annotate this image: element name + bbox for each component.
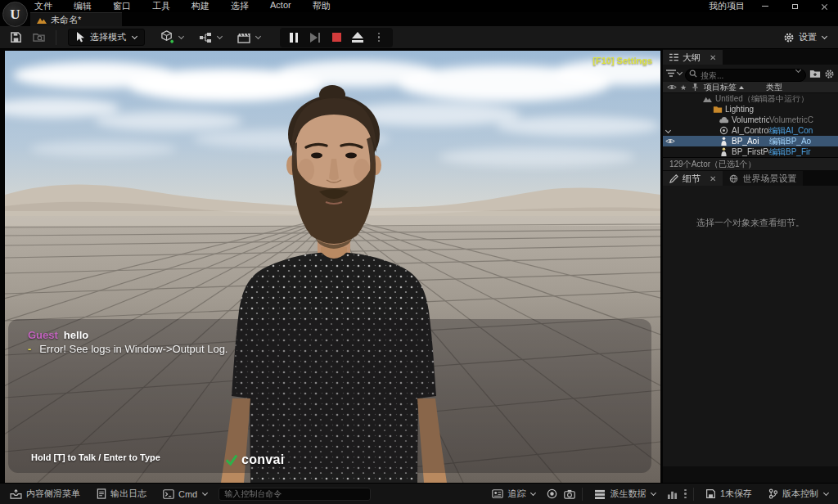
convai-brand: convai <box>226 452 285 467</box>
column-item-label[interactable]: 项目标签 <box>704 82 766 93</box>
browse-content-button[interactable] <box>29 29 47 47</box>
details-tab-label: 细节 <box>683 173 701 185</box>
settings-dropdown[interactable]: 设置 <box>783 31 831 43</box>
unsaved-button[interactable]: 1未保存 <box>701 486 757 502</box>
menu-select[interactable]: 选择 <box>231 0 249 12</box>
details-panel: 细节 ✕ 世界场景设置 选择一个对象来查看细节。 <box>663 170 838 466</box>
outliner-tab-close-icon[interactable]: ✕ <box>710 53 716 62</box>
world-settings-tab-label: 世界场景设置 <box>742 173 796 185</box>
favorite-column-star-icon[interactable]: ★ <box>678 83 689 92</box>
level-tab[interactable]: 未命名* <box>30 12 122 26</box>
unreal-logo-icon[interactable]: U <box>2 2 28 27</box>
pencil-icon <box>669 174 678 183</box>
stop-button[interactable] <box>327 29 345 47</box>
outliner-row-level[interactable]: Untitled（编辑器中运行） <box>663 93 838 104</box>
level-icon <box>37 16 47 25</box>
maximize-button[interactable] <box>786 1 804 11</box>
tab-details[interactable]: 细节 ✕ <box>663 171 723 186</box>
content-drawer-button[interactable]: 内容侧滑菜单 <box>5 486 85 502</box>
insights-chart-button[interactable] <box>667 488 678 499</box>
content-drawer-icon <box>10 489 22 499</box>
menu-help[interactable]: 帮助 <box>313 0 331 12</box>
status-kebab-icon[interactable] <box>684 489 687 499</box>
gear-icon <box>783 32 795 43</box>
eye-icon[interactable] <box>665 137 675 145</box>
cmd-dropdown[interactable]: Cmd <box>158 486 212 502</box>
save-button[interactable] <box>7 29 25 47</box>
save-icon <box>705 488 716 499</box>
revision-control-dropdown[interactable]: 版本控制 <box>764 486 833 502</box>
convai-brand-label: convai <box>241 452 285 467</box>
expand-chevron-icon[interactable] <box>665 128 671 133</box>
play-controls <box>280 28 393 47</box>
trace-icon <box>492 489 503 498</box>
add-actor-button[interactable] <box>158 29 176 47</box>
settings-label: 设置 <box>799 31 817 43</box>
menu-window[interactable]: 窗口 <box>113 0 131 12</box>
level-tab-row: 未命名* <box>0 12 838 26</box>
chat-error-line: - Error! See logs in Window->Output Log. <box>28 343 228 355</box>
pause-button[interactable] <box>285 29 303 47</box>
main-area: [F10] Settings Guesthello - Error! See l… <box>0 49 838 483</box>
search-icon <box>689 70 697 78</box>
row-label: VolumetricCloud <box>732 115 769 124</box>
pin-column-icon[interactable] <box>689 83 701 92</box>
row-type-edit-link[interactable]: 编辑BP_Ao <box>769 136 838 147</box>
row-type: VolumetricC <box>769 115 838 124</box>
outliner-row-bp-firstperson[interactable]: BP_FirstPersonCharact 编辑BP_Fir <box>663 146 838 157</box>
console-command-input[interactable] <box>219 488 371 501</box>
folder-icon <box>713 106 723 114</box>
save-icon <box>10 31 22 43</box>
output-log-button[interactable]: 输出日志 <box>92 486 151 502</box>
bar-chart-icon <box>667 489 678 499</box>
outliner-header-row: ★ 项目标签 类型 <box>663 82 838 93</box>
details-tab-close-icon[interactable]: ✕ <box>710 174 716 183</box>
menu-build[interactable]: 构建 <box>191 0 210 12</box>
tab-outliner[interactable]: 大纲 ✕ <box>663 50 723 65</box>
cube-plus-icon <box>160 30 174 44</box>
eye-icon <box>667 83 677 91</box>
outliner-new-folder-button[interactable] <box>809 66 821 81</box>
branch-icon <box>768 488 778 499</box>
clapperboard-icon <box>237 32 251 43</box>
minimize-button[interactable] <box>756 1 774 11</box>
column-type[interactable]: 类型 <box>766 82 835 93</box>
menu-file[interactable]: 文件 <box>34 0 52 12</box>
menu-tools[interactable]: 工具 <box>152 0 170 12</box>
select-mode-dropdown[interactable]: 选择模式 <box>68 29 145 46</box>
trace-dropdown[interactable]: 追踪 <box>487 486 540 502</box>
screenshot-button[interactable] <box>564 488 575 499</box>
menu-edit[interactable]: 编辑 <box>74 0 92 12</box>
convai-logo-icon <box>226 454 238 466</box>
menu-actor[interactable]: Actor <box>270 0 291 12</box>
outliner-row-volumetriccloud[interactable]: VolumetricCloud VolumetricC <box>663 115 838 125</box>
outliner-filter-button[interactable] <box>666 70 682 78</box>
outliner-row-lighting-folder[interactable]: Lighting <box>663 104 838 115</box>
visibility-column-eye-icon[interactable] <box>666 83 678 91</box>
blueprints-button[interactable] <box>196 29 214 47</box>
play-options-kebab[interactable] <box>370 29 388 47</box>
camera-icon <box>564 489 575 499</box>
outliner-settings-button[interactable] <box>824 66 835 81</box>
output-log-icon <box>97 488 106 499</box>
outliner-search[interactable] <box>685 67 806 80</box>
trace-record-button[interactable] <box>547 488 557 500</box>
filter-icon <box>666 70 676 78</box>
outliner-search-input[interactable] <box>685 69 806 82</box>
eject-button[interactable] <box>349 29 367 47</box>
tab-world-settings[interactable]: 世界场景设置 <box>723 171 803 186</box>
outliner-row-bp-aoi-selected[interactable]: BP_Aoi 编辑BP_Ao <box>663 136 838 146</box>
row-type-edit-link[interactable]: 编辑AI_Con <box>769 125 838 137</box>
resume-button[interactable] <box>306 29 324 47</box>
window-title: 我的项目 <box>709 0 745 12</box>
close-button[interactable] <box>815 1 833 11</box>
outliner-tab-label: 大纲 <box>683 52 701 64</box>
derived-data-dropdown[interactable]: 派生数据 <box>589 486 660 502</box>
row-type-edit-link[interactable]: 编辑BP_Fir <box>769 146 838 158</box>
convai-chat-overlay: Guesthello - Error! See logs in Window->… <box>8 319 651 473</box>
viewport[interactable]: [F10] Settings Guesthello - Error! See l… <box>5 51 660 483</box>
cinematics-button[interactable] <box>235 29 253 47</box>
character-icon <box>720 147 728 156</box>
details-empty-message: 选择一个对象来查看细节。 <box>663 186 838 229</box>
outliner-row-ai-controller[interactable]: AI_Controller_Convai0 编辑AI_Con <box>663 125 838 136</box>
